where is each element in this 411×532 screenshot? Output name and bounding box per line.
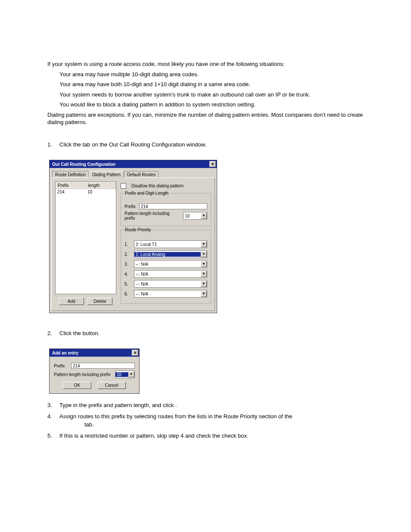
bullet: You would like to block a dialing patter… — [47, 101, 364, 109]
step-num: 4. — [47, 413, 59, 428]
window-title: Add an entry — [52, 351, 78, 355]
disallow-checkbox[interactable] — [121, 183, 126, 189]
titlebar: Add an entry ✕ — [50, 349, 139, 357]
chevron-down-icon[interactable]: ▼ — [201, 291, 207, 297]
route-priority-group: Route Priority 1. 2: Local T1 ▼ 2. 1: Lo — [121, 230, 211, 304]
intro-text: Dialing patterns are exceptions. If you … — [47, 111, 364, 126]
bullet: Your area may have multiple 10-digit dia… — [47, 71, 364, 78]
step-text: Assign routes to this prefix by selectin… — [59, 413, 364, 428]
col-length: length — [86, 182, 116, 189]
prefix-input[interactable] — [139, 203, 207, 209]
add-entry-dialog: Add an entry ✕ Prefix Pattern length inc… — [49, 348, 140, 394]
priority-3-combo[interactable]: --: N/A ▼ — [134, 260, 207, 268]
bullet: Your system needs to borrow another syst… — [47, 91, 364, 99]
chevron-down-icon[interactable]: ▼ — [201, 281, 207, 287]
pattern-length-combo[interactable]: 10 ▼ — [183, 212, 207, 220]
chevron-down-icon[interactable]: ▼ — [201, 213, 207, 219]
pattern-list[interactable]: Prefix length 214 10 — [55, 181, 116, 294]
step-num: 3. — [47, 401, 59, 409]
pattern-length-combo[interactable]: 10 ▼ — [115, 370, 135, 378]
step-text: If this is a restricted number or patter… — [59, 432, 364, 440]
prefix-label: Prefix — [54, 364, 67, 368]
priority-1-combo[interactable]: 2: Local T1 ▼ — [134, 240, 207, 248]
disallow-label: Disallow this dialing pattern — [131, 184, 184, 188]
step-text: Click the tab on the Out Call Routing Co… — [59, 141, 364, 149]
tab-dialing-pattern[interactable]: Dialing Pattern — [89, 171, 124, 178]
intro-text: If your system is using a route access c… — [47, 60, 364, 68]
out-call-routing-dialog: Out Call Routing Configuration ✕ Route D… — [49, 160, 217, 313]
ok-button[interactable]: OK — [63, 382, 91, 389]
chevron-down-icon[interactable]: ▼ — [201, 261, 207, 267]
prefix-label: Prefix — [125, 204, 137, 209]
prefix-input[interactable] — [71, 363, 135, 369]
prefix-group: Prefix and Digit Length Prefix Pattern l… — [121, 193, 211, 226]
pattern-length-label: Pattern length including prefix — [54, 372, 111, 377]
col-prefix: Prefix — [56, 182, 86, 189]
delete-button[interactable]: Delete — [87, 298, 112, 305]
priority-4-combo[interactable]: --: N/A ▼ — [134, 270, 207, 278]
window-title: Out Call Routing Configuration — [52, 162, 115, 167]
chevron-down-icon[interactable]: ▼ — [128, 371, 134, 377]
bullet: Your area may have both 10-digit and 1+1… — [47, 81, 364, 88]
step-num: 2. — [47, 330, 59, 337]
step-text: Type in the prefix and pattern length, a… — [59, 401, 364, 409]
step-num: 5. — [47, 432, 59, 440]
add-button[interactable]: Add — [59, 298, 84, 305]
chevron-down-icon[interactable]: ▼ — [201, 241, 207, 247]
tab-route-definition[interactable]: Route Definition — [52, 171, 89, 178]
priority-5-combo[interactable]: --: N/A ▼ — [134, 280, 207, 288]
chevron-down-icon[interactable]: ▼ — [201, 251, 207, 257]
priority-6-combo[interactable]: --: N/A ▼ — [134, 290, 207, 298]
priority-2-combo[interactable]: 1: Local Analog ▼ — [134, 250, 207, 258]
cancel-button[interactable]: Cancel — [97, 382, 126, 389]
tab-default-routes[interactable]: Default Routes — [124, 171, 159, 178]
step-num: 1. — [47, 141, 59, 149]
pattern-length-label: Pattern length including prefix — [125, 211, 181, 221]
close-icon[interactable]: ✕ — [132, 350, 138, 356]
close-icon[interactable]: ✕ — [209, 161, 216, 167]
chevron-down-icon[interactable]: ▼ — [201, 271, 207, 277]
list-item[interactable]: 214 10 — [56, 189, 116, 195]
step-text: Click the button. — [59, 330, 364, 337]
titlebar: Out Call Routing Configuration ✕ — [50, 160, 217, 168]
